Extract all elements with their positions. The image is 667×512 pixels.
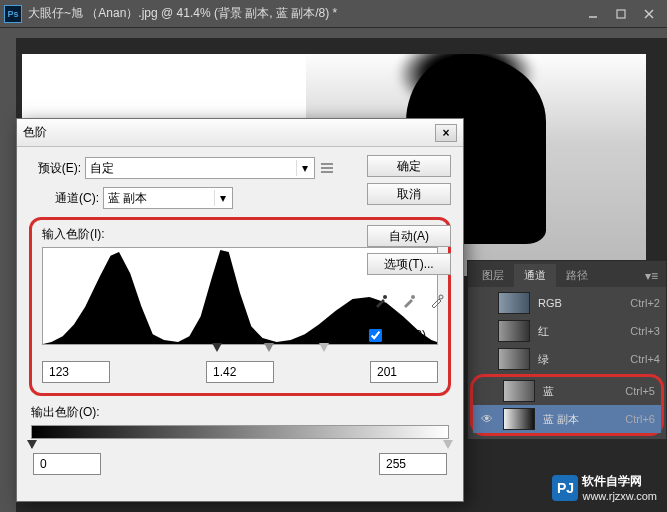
channel-rgb[interactable]: RGB Ctrl+2 bbox=[468, 289, 666, 317]
channel-combo[interactable]: 蓝 副本 ▾ bbox=[103, 187, 233, 209]
preset-value: 自定 bbox=[90, 160, 114, 177]
panel-menu-button[interactable]: ▾≡ bbox=[637, 265, 666, 287]
watermark: PJ 软件自学网 www.rjzxw.com bbox=[552, 473, 657, 502]
auto-button[interactable]: 自动(A) bbox=[367, 225, 451, 247]
input-white-field[interactable] bbox=[370, 361, 438, 383]
tab-layers[interactable]: 图层 bbox=[472, 264, 514, 287]
panel-tabs: 图层 通道 路径 ▾≡ bbox=[468, 261, 666, 287]
watermark-url: www.rjzxw.com bbox=[582, 490, 657, 502]
options-button[interactable]: 选项(T)... bbox=[367, 253, 451, 275]
input-gamma-field[interactable] bbox=[206, 361, 274, 383]
white-point-slider[interactable] bbox=[319, 343, 329, 352]
channel-label: 通道(C): bbox=[47, 190, 103, 207]
channel-shortcut: Ctrl+3 bbox=[630, 325, 660, 337]
levels-dialog: 色阶 × 预设(E): 自定 ▾ 通道(C): 蓝 副本 ▾ 输入色阶(I): bbox=[16, 118, 464, 502]
black-point-slider[interactable] bbox=[212, 343, 222, 352]
input-black-field[interactable] bbox=[42, 361, 110, 383]
svg-point-9 bbox=[439, 295, 443, 299]
channels-panel: 图层 通道 路径 ▾≡ RGB Ctrl+2 红 Ctrl+3 绿 Ctrl+4 bbox=[467, 260, 667, 440]
dialog-close-button[interactable]: × bbox=[435, 124, 457, 142]
output-gradient-slider[interactable] bbox=[31, 425, 449, 439]
window-title: 大眼仔~旭 （Anan）.jpg @ 41.4% (背景 副本, 蓝 副本/8)… bbox=[28, 5, 579, 22]
watermark-text: 软件自学网 bbox=[582, 473, 657, 490]
ok-button[interactable]: 确定 bbox=[367, 155, 451, 177]
channel-thumb-green bbox=[498, 348, 530, 370]
channel-thumb-rgb bbox=[498, 292, 530, 314]
svg-point-7 bbox=[383, 295, 387, 299]
channel-blue-copy[interactable]: 👁 蓝 副本 Ctrl+6 bbox=[473, 405, 661, 433]
channel-thumb-red bbox=[498, 320, 530, 342]
channel-shortcut: Ctrl+4 bbox=[630, 353, 660, 365]
chevron-down-icon: ▾ bbox=[296, 160, 312, 176]
channel-list: RGB Ctrl+2 红 Ctrl+3 绿 Ctrl+4 蓝 Ctrl+5 👁 bbox=[468, 287, 666, 439]
output-white-field[interactable] bbox=[379, 453, 447, 475]
channel-name: 蓝 bbox=[543, 384, 617, 399]
preset-combo[interactable]: 自定 ▾ bbox=[85, 157, 315, 179]
svg-rect-1 bbox=[617, 10, 625, 18]
preset-menu-button[interactable] bbox=[319, 160, 335, 176]
tab-paths[interactable]: 路径 bbox=[556, 264, 598, 287]
preview-checkbox[interactable] bbox=[369, 329, 382, 342]
white-eyedropper-icon[interactable] bbox=[427, 291, 447, 311]
channel-thumb-blue-copy bbox=[503, 408, 535, 430]
maximize-button[interactable] bbox=[607, 4, 635, 24]
channel-red[interactable]: 红 Ctrl+3 bbox=[468, 317, 666, 345]
chevron-down-icon: ▾ bbox=[214, 190, 230, 206]
channel-shortcut: Ctrl+2 bbox=[630, 297, 660, 309]
tab-channels[interactable]: 通道 bbox=[514, 264, 556, 287]
preview-label: 预览(P) bbox=[386, 327, 426, 344]
input-slider-track bbox=[42, 343, 438, 355]
channel-thumb-blue bbox=[503, 380, 535, 402]
output-levels-label: 输出色阶(O): bbox=[31, 404, 449, 421]
output-black-field[interactable] bbox=[33, 453, 101, 475]
watermark-icon: PJ bbox=[552, 475, 578, 501]
app-icon: Ps bbox=[4, 5, 22, 23]
channel-name: 蓝 副本 bbox=[543, 412, 617, 427]
cancel-button[interactable]: 取消 bbox=[367, 183, 451, 205]
menubar bbox=[0, 28, 667, 38]
minimize-button[interactable] bbox=[579, 4, 607, 24]
midtone-slider[interactable] bbox=[264, 343, 274, 352]
channel-blue[interactable]: 蓝 Ctrl+5 bbox=[473, 377, 661, 405]
channel-shortcut: Ctrl+5 bbox=[625, 385, 655, 397]
output-black-slider[interactable] bbox=[27, 440, 37, 449]
channel-green[interactable]: 绿 Ctrl+4 bbox=[468, 345, 666, 373]
visibility-icon[interactable]: 👁 bbox=[479, 412, 495, 426]
gray-eyedropper-icon[interactable] bbox=[399, 291, 419, 311]
black-eyedropper-icon[interactable] bbox=[371, 291, 391, 311]
channel-shortcut: Ctrl+6 bbox=[625, 413, 655, 425]
output-white-slider[interactable] bbox=[443, 440, 453, 449]
channel-value: 蓝 副本 bbox=[108, 190, 147, 207]
preset-label: 预设(E): bbox=[29, 160, 85, 177]
output-levels-section: 输出色阶(O): bbox=[29, 404, 451, 475]
svg-point-8 bbox=[411, 295, 415, 299]
dialog-title: 色阶 bbox=[23, 124, 435, 141]
close-button[interactable] bbox=[635, 4, 663, 24]
dialog-titlebar[interactable]: 色阶 × bbox=[17, 119, 463, 147]
channel-name: 绿 bbox=[538, 352, 622, 367]
channel-name: 红 bbox=[538, 324, 622, 339]
main-titlebar: Ps 大眼仔~旭 （Anan）.jpg @ 41.4% (背景 副本, 蓝 副本… bbox=[0, 0, 667, 28]
channel-name: RGB bbox=[538, 297, 622, 309]
highlighted-channels: 蓝 Ctrl+5 👁 蓝 副本 Ctrl+6 bbox=[470, 374, 664, 436]
